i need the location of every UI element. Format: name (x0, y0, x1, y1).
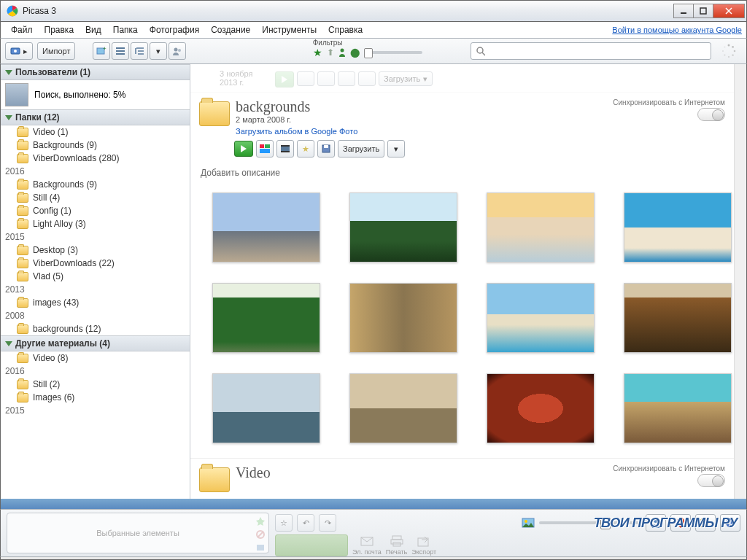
upload-button[interactable]: Загрузить (338, 140, 384, 158)
sync-toggle[interactable] (697, 474, 725, 487)
tool-button[interactable] (358, 71, 376, 86)
signin-link[interactable]: Войти в помощью аккаунта Google (612, 26, 742, 34)
search-box[interactable] (471, 42, 711, 60)
sidebar-item[interactable]: Config (1) (1, 204, 190, 217)
rotate-right-button[interactable]: ↷ (319, 514, 336, 532)
sidebar-item[interactable]: Backgrounds (9) (1, 139, 190, 152)
play-slideshow-button[interactable] (234, 141, 253, 157)
sidebar-item[interactable]: Images (6) (1, 391, 190, 404)
collage-button[interactable] (256, 140, 274, 158)
sidebar-item[interactable]: images (43) (1, 296, 190, 309)
people-button[interactable] (169, 42, 186, 60)
info-button[interactable]: i (720, 514, 740, 532)
minimize-button[interactable] (673, 4, 694, 18)
selection-tray[interactable]: Выбранные элементы (7, 513, 269, 553)
view-dropdown-button[interactable]: ▾ (150, 42, 167, 60)
upload-button[interactable]: Загрузить ▾ (379, 71, 433, 86)
menu-create[interactable]: Создание (205, 23, 256, 36)
sync-toggle[interactable] (697, 108, 725, 121)
previous-album-strip: 3 ноября 2013 г. Загрузить ▾ (190, 64, 734, 93)
star-button[interactable]: ★ (297, 140, 314, 158)
filter-slider[interactable] (364, 51, 422, 54)
upload-google-button[interactable] (275, 534, 348, 556)
tag-people-button[interactable] (646, 514, 666, 532)
thumbnail[interactable] (349, 373, 457, 443)
hold-icon[interactable] (255, 542, 266, 553)
import-button[interactable]: Импорт (37, 42, 75, 60)
thumbnail[interactable] (487, 192, 595, 262)
sidebar-other-header[interactable]: Другие материалы (4) (1, 335, 190, 351)
sidebar-folders-header[interactable]: Папки (12) (1, 109, 190, 125)
upload-dropdown-button[interactable]: ▾ (387, 140, 405, 158)
tool-button[interactable] (317, 71, 335, 86)
thumbnail[interactable] (624, 373, 732, 443)
album-description[interactable]: Добавить описание (190, 162, 734, 184)
menu-photo[interactable]: Фотография (144, 23, 205, 36)
filter-geo-icon[interactable]: ⬤ (350, 47, 360, 58)
sidebar-item[interactable]: ViberDownloads (22) (1, 257, 190, 270)
clear-icon[interactable] (255, 529, 266, 540)
search-progress-label: Поиск, выполнено: 5% (34, 90, 125, 100)
menu-view[interactable]: Вид (80, 23, 107, 36)
menu-file[interactable]: Файл (5, 23, 39, 36)
sidebar-item[interactable]: Still (4) (1, 191, 190, 204)
sidebar-user-row[interactable]: Поиск, выполнено: 5% (1, 80, 190, 109)
folder-icon (17, 219, 28, 229)
movie-button[interactable] (276, 140, 294, 158)
folder-icon (17, 272, 28, 281)
sidebar-item[interactable]: Vlad (5) (1, 270, 190, 283)
rotate-left-button[interactable]: ↶ (297, 514, 314, 532)
close-button[interactable] (713, 4, 745, 18)
thumbnail[interactable] (487, 373, 595, 443)
export-action[interactable]: Экспорт (411, 535, 436, 556)
thumbnail[interactable] (487, 283, 595, 353)
view-tree-button[interactable] (131, 42, 148, 60)
thumbnail[interactable] (349, 283, 457, 353)
maximize-button[interactable] (693, 4, 713, 18)
filter-star-icon[interactable]: ★ (313, 47, 322, 58)
menu-tools[interactable]: Инструменты (256, 23, 322, 36)
sidebar-users-header[interactable]: Пользователи (1) (1, 64, 190, 80)
pin-icon[interactable] (255, 516, 266, 526)
import-source-button[interactable]: ▸ (5, 42, 33, 60)
tool-button[interactable] (297, 71, 314, 86)
filter-person-icon[interactable] (338, 48, 346, 57)
sidebar-item[interactable]: Backgrounds (9) (1, 178, 190, 191)
content-area: 3 ноября 2013 г. Загрузить ▾ backgrounds… (190, 64, 746, 499)
thumbnail[interactable] (624, 192, 732, 262)
print-action[interactable]: Печать (386, 535, 407, 556)
tool-button[interactable] (338, 71, 355, 86)
svg-point-13 (734, 50, 736, 52)
thumbnail[interactable] (212, 373, 320, 443)
tag-button[interactable] (695, 514, 716, 532)
thumbnail[interactable] (349, 192, 457, 262)
sidebar-item[interactable]: Video (8) (1, 351, 190, 365)
svg-rect-28 (257, 545, 264, 551)
zoom-slider[interactable] (539, 521, 641, 524)
menu-folder[interactable]: Папка (107, 23, 144, 36)
save-button[interactable] (317, 140, 335, 158)
search-input[interactable] (485, 46, 706, 56)
thumbnail[interactable] (212, 192, 320, 262)
new-album-button[interactable]: + (93, 42, 110, 60)
thumbnail[interactable] (212, 283, 320, 353)
svg-point-32 (679, 520, 682, 523)
view-list-button[interactable] (112, 42, 129, 60)
sidebar-item[interactable]: Video (1) (1, 125, 190, 139)
star-button[interactable]: ☆ (275, 514, 293, 532)
sidebar-item[interactable]: Light Alloy (3) (1, 217, 190, 230)
svg-rect-20 (265, 144, 270, 148)
filter-upload-icon[interactable]: ⬆ (327, 47, 334, 58)
sidebar-item[interactable]: Desktop (3) (1, 244, 190, 257)
menu-edit[interactable]: Правка (39, 23, 80, 36)
upload-album-link[interactable]: Загрузить альбом в Google Фото (236, 127, 357, 136)
vertical-scrollbar[interactable] (734, 64, 746, 499)
sidebar-item[interactable]: Still (2) (1, 378, 190, 391)
menu-help[interactable]: Справка (322, 23, 368, 36)
thumbnail[interactable] (624, 283, 732, 353)
geotag-button[interactable] (670, 514, 691, 532)
play-button[interactable] (275, 71, 294, 88)
email-action[interactable]: Эл. почта (352, 535, 382, 556)
sidebar-item[interactable]: backgrounds (12) (1, 322, 190, 335)
sidebar-item[interactable]: ViberDownloads (280) (1, 152, 190, 165)
